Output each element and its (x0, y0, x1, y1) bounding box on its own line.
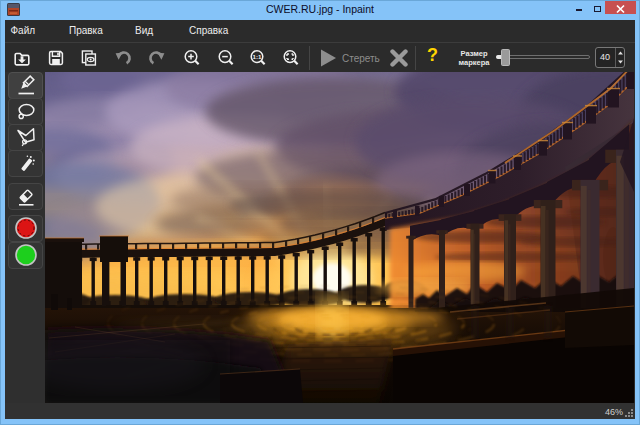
svg-text:1:1: 1:1 (253, 53, 263, 60)
